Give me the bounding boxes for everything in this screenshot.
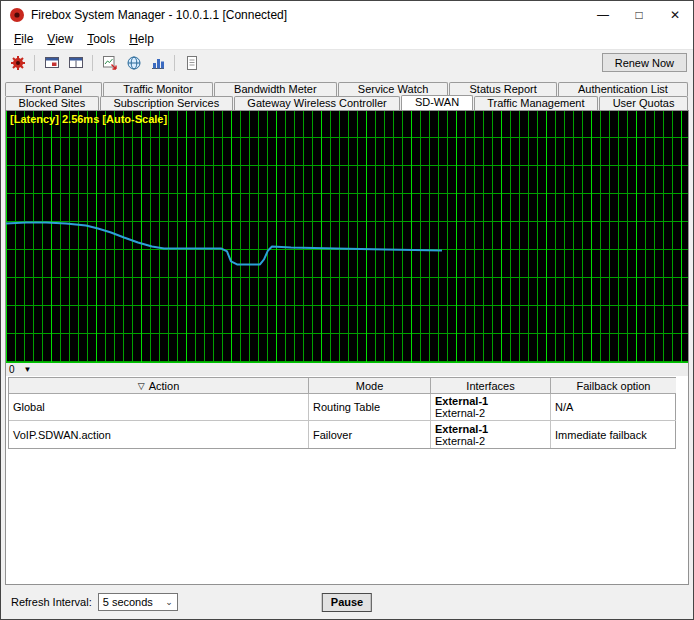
cell-action: Global bbox=[9, 394, 309, 421]
menu-view[interactable]: View bbox=[40, 30, 80, 48]
refresh-interval-select[interactable]: 5 seconds ⌄ bbox=[98, 593, 178, 611]
col-header-action[interactable]: ▽ Action bbox=[9, 378, 309, 394]
latency-line bbox=[6, 223, 442, 265]
window-controls: — □ ✕ bbox=[585, 1, 693, 29]
app-window: Firebox System Manager - 10.0.1.1 [Conne… bbox=[0, 0, 694, 620]
policy-manager-icon[interactable] bbox=[41, 53, 62, 72]
table-header-row: ▽ Action Mode Interfaces Failback option bbox=[9, 378, 675, 394]
network-monitor-icon[interactable] bbox=[123, 53, 144, 72]
tab-subscription-services[interactable]: Subscription Services bbox=[100, 96, 233, 110]
maximize-button[interactable]: □ bbox=[621, 1, 657, 29]
col-header-interfaces[interactable]: Interfaces bbox=[431, 378, 551, 394]
menu-help[interactable]: Help bbox=[122, 30, 161, 48]
renew-now-button[interactable]: Renew Now bbox=[602, 53, 687, 72]
tab-status-report[interactable]: Status Report bbox=[449, 82, 556, 96]
title-bar: Firebox System Manager - 10.0.1.1 [Conne… bbox=[1, 1, 693, 29]
window-title: Firebox System Manager - 10.0.1.1 [Conne… bbox=[31, 8, 287, 22]
sdwan-tab-content: [Latency] 2.56ms [Auto-Scale] 0 ▼ ▽ Acti… bbox=[5, 110, 689, 585]
empty-area bbox=[6, 449, 688, 584]
table-row[interactable]: VoIP.SDWAN.action Failover External-1 Ex… bbox=[9, 421, 675, 448]
tab-front-panel[interactable]: Front Panel bbox=[5, 82, 102, 96]
col-header-failback[interactable]: Failback option bbox=[551, 378, 676, 394]
graph-title: [Latency] 2.56ms [Auto-Scale] bbox=[10, 113, 167, 125]
tab-traffic-monitor[interactable]: Traffic Monitor bbox=[103, 82, 213, 96]
cell-action: VoIP.SDWAN.action bbox=[9, 421, 309, 448]
interface-primary: External-1 bbox=[435, 395, 546, 407]
tab-authentication-list[interactable]: Authentication List bbox=[558, 82, 688, 96]
tab-row-2: Blocked Sites Subscription Services Gate… bbox=[5, 96, 689, 110]
cell-failback: Immediate failback bbox=[551, 421, 676, 448]
sdwan-actions-table: ▽ Action Mode Interfaces Failback option… bbox=[8, 377, 676, 449]
graph-time-strip: 0 ▼ bbox=[6, 363, 688, 376]
tab-traffic-management[interactable]: Traffic Management bbox=[474, 96, 598, 110]
tab-bandwidth-meter[interactable]: Bandwidth Meter bbox=[214, 82, 337, 96]
scrub-marker-icon[interactable]: ▼ bbox=[24, 366, 32, 374]
performance-console-icon[interactable] bbox=[99, 53, 120, 72]
toolbar-separator bbox=[92, 55, 93, 71]
col-header-action-label: Action bbox=[149, 380, 180, 392]
tab-user-quotas[interactable]: User Quotas bbox=[599, 96, 688, 110]
tab-strip: Front Panel Traffic Monitor Bandwidth Me… bbox=[5, 82, 689, 110]
cell-interfaces: External-1 External-2 bbox=[431, 394, 551, 421]
interface-primary: External-1 bbox=[435, 423, 546, 435]
firebox-icon[interactable] bbox=[7, 53, 28, 72]
toolbar: Renew Now bbox=[1, 50, 693, 75]
latency-graph: [Latency] 2.56ms [Auto-Scale] bbox=[6, 111, 688, 363]
bar-chart-icon[interactable] bbox=[147, 53, 168, 72]
report-icon[interactable] bbox=[181, 53, 202, 72]
interface-secondary: External-2 bbox=[435, 435, 546, 447]
menu-tools[interactable]: Tools bbox=[80, 30, 122, 48]
hostwatch-icon[interactable] bbox=[65, 53, 86, 72]
cell-mode: Failover bbox=[309, 421, 431, 448]
refresh-interval-label: Refresh Interval: bbox=[11, 596, 92, 608]
app-icon bbox=[9, 7, 25, 23]
graph-origin-label: 0 bbox=[9, 365, 15, 375]
minimize-button[interactable]: — bbox=[585, 1, 621, 29]
footer-bar: Refresh Interval: 5 seconds ⌄ Pause bbox=[1, 585, 693, 619]
menu-file[interactable]: File bbox=[7, 30, 40, 48]
table-row[interactable]: Global Routing Table External-1 External… bbox=[9, 394, 675, 421]
sort-icon: ▽ bbox=[138, 381, 145, 391]
toolbar-separator bbox=[34, 55, 35, 71]
refresh-interval-value: 5 seconds bbox=[103, 596, 153, 608]
cell-interfaces: External-1 External-2 bbox=[431, 421, 551, 448]
close-button[interactable]: ✕ bbox=[657, 1, 693, 29]
toolbar-separator bbox=[174, 55, 175, 71]
tab-sd-wan[interactable]: SD-WAN bbox=[401, 95, 472, 110]
col-header-mode[interactable]: Mode bbox=[309, 378, 431, 394]
tab-blocked-sites[interactable]: Blocked Sites bbox=[5, 96, 99, 110]
chevron-down-icon: ⌄ bbox=[165, 598, 173, 606]
pause-button[interactable]: Pause bbox=[322, 593, 372, 612]
tab-gateway-wireless-controller[interactable]: Gateway Wireless Controller bbox=[234, 96, 401, 110]
menu-bar: File View Tools Help bbox=[1, 29, 693, 50]
cell-mode: Routing Table bbox=[309, 394, 431, 421]
cell-failback: N/A bbox=[551, 394, 676, 421]
interface-secondary: External-2 bbox=[435, 407, 546, 419]
tab-row-1: Front Panel Traffic Monitor Bandwidth Me… bbox=[5, 82, 689, 96]
tab-service-watch[interactable]: Service Watch bbox=[338, 82, 449, 96]
